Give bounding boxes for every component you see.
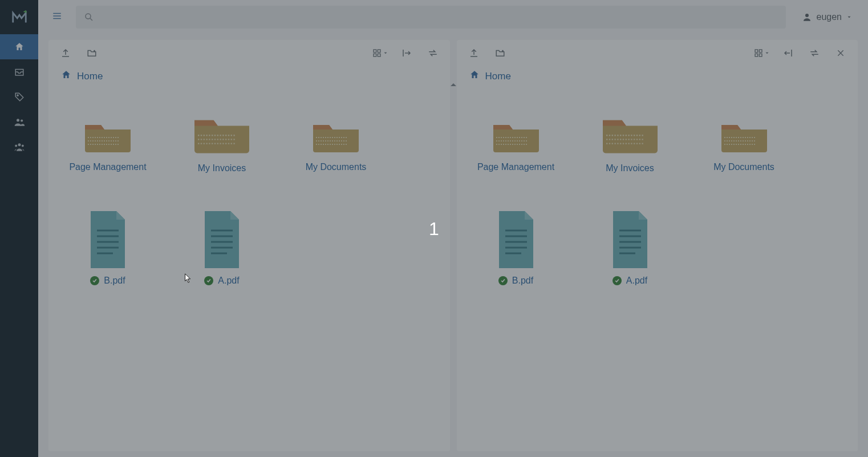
- sidebar-item-tags[interactable]: [0, 84, 38, 110]
- grid-view-icon: [372, 48, 382, 58]
- folder-icon: [599, 108, 661, 155]
- new-folder-icon: [87, 48, 97, 58]
- file-item[interactable]: B.pdf: [459, 197, 573, 287]
- svg-point-1: [17, 119, 19, 122]
- arrow-right-bar-icon: [401, 48, 412, 58]
- folder-icon: [191, 108, 253, 155]
- folder-item[interactable]: My Documents: [279, 98, 393, 175]
- chevron-down-icon: [764, 50, 770, 56]
- breadcrumb: Home: [457, 66, 858, 92]
- svg-point-4: [15, 145, 17, 147]
- user-menu[interactable]: eugen: [796, 9, 858, 26]
- upload-icon: [469, 48, 479, 58]
- item-label: My Invoices: [198, 161, 246, 175]
- new-folder-button[interactable]: [80, 43, 103, 63]
- topbar: eugen: [38, 0, 868, 34]
- upload-button[interactable]: [54, 43, 77, 63]
- new-folder-button[interactable]: [489, 43, 512, 63]
- item-label: Page Management: [477, 160, 554, 173]
- sidebar-items: [0, 34, 38, 160]
- left-grid: Page Management My Invoices My Documents…: [48, 92, 450, 316]
- close-pane-button[interactable]: [829, 43, 852, 63]
- right-grid: Page Management My Invoices My Documents…: [457, 92, 858, 316]
- user-name: eugen: [817, 12, 842, 22]
- left-pane-toolbar: [48, 40, 450, 66]
- file-item[interactable]: A.pdf: [165, 197, 279, 287]
- breadcrumb-home[interactable]: Home: [77, 71, 103, 82]
- svg-rect-8: [374, 50, 376, 52]
- file-icon: [610, 211, 650, 268]
- sidebar: [0, 0, 38, 457]
- search-icon: [84, 12, 94, 22]
- chevron-down-icon: [846, 14, 852, 20]
- svg-rect-11: [378, 54, 380, 56]
- view-mode-button[interactable]: [369, 43, 392, 63]
- svg-point-5: [21, 145, 23, 147]
- svg-rect-15: [759, 54, 762, 56]
- main: eugen: [38, 0, 868, 457]
- sync-button[interactable]: [421, 43, 444, 63]
- folder-icon: [719, 115, 770, 153]
- item-label: A.pdf: [204, 274, 239, 287]
- upload-button[interactable]: [463, 43, 485, 63]
- open-left-button[interactable]: [777, 43, 800, 63]
- svg-rect-10: [374, 54, 376, 56]
- file-icon: [202, 211, 242, 268]
- svg-point-7: [805, 14, 809, 17]
- close-icon: [836, 48, 845, 58]
- folder-item[interactable]: My Documents: [687, 98, 801, 175]
- new-folder-icon: [495, 48, 505, 58]
- item-label: My Documents: [306, 160, 367, 173]
- svg-rect-13: [759, 50, 762, 52]
- splitter-handle[interactable]: [450, 79, 457, 89]
- app-logo[interactable]: [0, 0, 38, 34]
- status-check-icon: [90, 276, 99, 285]
- item-label: B.pdf: [90, 274, 125, 287]
- item-label: Page Management: [69, 160, 146, 173]
- sidebar-item-home[interactable]: [0, 34, 38, 59]
- open-right-button[interactable]: [395, 43, 418, 63]
- sidebar-item-groups[interactable]: [0, 135, 38, 160]
- svg-point-6: [86, 14, 91, 19]
- folder-item[interactable]: Page Management: [51, 98, 165, 175]
- sidebar-item-users[interactable]: [0, 110, 38, 135]
- svg-point-3: [18, 143, 21, 146]
- sync-icon: [809, 48, 820, 58]
- svg-rect-12: [755, 50, 758, 52]
- folder-icon: [82, 115, 133, 153]
- svg-rect-9: [378, 50, 380, 52]
- left-pane: Home Page Management My Invoices My Docu…: [48, 40, 450, 451]
- chevron-down-icon: [383, 50, 388, 56]
- view-mode-button[interactable]: [751, 43, 773, 63]
- right-pane-toolbar: [457, 40, 858, 66]
- menu-toggle[interactable]: [48, 7, 66, 27]
- breadcrumb-home[interactable]: Home: [485, 71, 511, 82]
- upload-icon: [60, 48, 71, 58]
- item-label: My Documents: [713, 160, 774, 173]
- item-label: B.pdf: [498, 274, 533, 287]
- sync-button[interactable]: [803, 43, 826, 63]
- folder-item[interactable]: Page Management: [459, 98, 573, 175]
- sidebar-item-inbox[interactable]: [0, 59, 38, 84]
- breadcrumb: Home: [48, 66, 450, 92]
- file-item[interactable]: B.pdf: [51, 197, 165, 287]
- file-icon: [496, 211, 536, 268]
- status-check-icon: [498, 276, 508, 285]
- svg-point-0: [17, 95, 18, 96]
- sync-icon: [428, 48, 438, 58]
- item-label: A.pdf: [613, 274, 647, 287]
- file-icon: [88, 211, 128, 268]
- app-root: eugen: [0, 0, 868, 457]
- item-label: My Invoices: [606, 161, 654, 175]
- folder-item[interactable]: My Invoices: [165, 98, 279, 175]
- file-item[interactable]: A.pdf: [573, 197, 687, 287]
- svg-rect-14: [755, 54, 758, 56]
- content: Home Page Management My Invoices My Docu…: [38, 34, 868, 457]
- arrow-left-bar-icon: [783, 48, 793, 58]
- user-icon: [802, 12, 812, 22]
- search-input[interactable]: [76, 6, 786, 29]
- folder-item[interactable]: My Invoices: [573, 98, 687, 175]
- home-icon: [61, 70, 71, 83]
- status-check-icon: [613, 276, 622, 285]
- right-pane: Home Page Management My Invoices My Docu…: [457, 40, 858, 451]
